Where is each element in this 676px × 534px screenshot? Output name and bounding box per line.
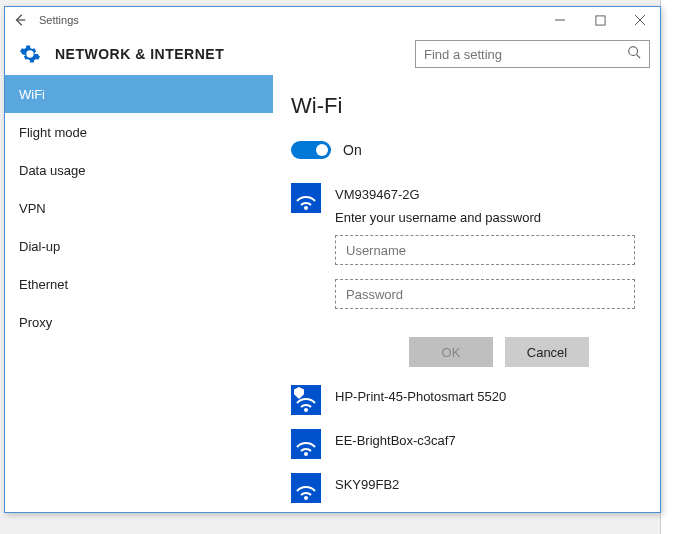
connect-buttons: OK Cancel (409, 337, 646, 367)
svg-point-4 (304, 452, 308, 456)
sidebar-item-dial-up[interactable]: Dial-up (5, 227, 273, 265)
search-input[interactable] (424, 47, 627, 62)
network-item[interactable]: HP-Print-45-Photosmart 5520 (291, 385, 646, 415)
sidebar-item-proxy[interactable]: Proxy (5, 303, 273, 341)
username-field[interactable] (335, 235, 635, 265)
titlebar: Settings (5, 7, 660, 33)
sidebar-item-ethernet[interactable]: Ethernet (5, 265, 273, 303)
credentials-prompt: Enter your username and password (335, 210, 646, 225)
maximize-icon (595, 15, 606, 26)
sidebar-item-label: VPN (19, 201, 46, 216)
wifi-icon (291, 183, 321, 213)
maximize-button[interactable] (580, 7, 620, 33)
wifi-toggle-row: On (291, 141, 646, 159)
wifi-toggle[interactable] (291, 141, 331, 159)
sidebar-item-wifi[interactable]: WiFi (5, 75, 273, 113)
search-icon (627, 45, 641, 63)
page-title: Wi-Fi (291, 93, 646, 119)
back-button[interactable] (5, 7, 35, 33)
arrow-left-icon (13, 13, 27, 27)
svg-rect-0 (595, 15, 604, 24)
network-item[interactable]: EE-BrightBox-c3caf7 (291, 429, 646, 459)
settings-window: Settings NETWORK & INTERNET WiFi (4, 6, 661, 513)
window-title: Settings (35, 14, 540, 26)
sidebar: WiFi Flight mode Data usage VPN Dial-up … (5, 75, 273, 512)
minimize-button[interactable] (540, 7, 580, 33)
network-ssid: VM939467-2G (335, 183, 646, 202)
header: NETWORK & INTERNET (5, 33, 660, 75)
wifi-secured-icon (291, 385, 321, 415)
background-edge (660, 0, 676, 534)
cancel-button[interactable]: Cancel (505, 337, 589, 367)
network-ssid: SKY99FB2 (335, 473, 646, 492)
wifi-icon (291, 429, 321, 459)
wifi-toggle-label: On (343, 142, 362, 158)
wifi-icon (291, 473, 321, 503)
minimize-icon (554, 14, 566, 26)
window-controls (540, 7, 660, 33)
network-connect-body: VM939467-2G Enter your username and pass… (335, 183, 646, 323)
svg-point-3 (304, 408, 308, 412)
search-box[interactable] (415, 40, 650, 68)
svg-point-1 (629, 47, 638, 56)
close-button[interactable] (620, 7, 660, 33)
ok-button[interactable]: OK (409, 337, 493, 367)
network-connect-panel: VM939467-2G Enter your username and pass… (291, 183, 646, 323)
close-icon (634, 14, 646, 26)
sidebar-item-label: Proxy (19, 315, 52, 330)
main-panel: Wi-Fi On VM939467-2G Enter your username… (273, 75, 660, 512)
header-title: NETWORK & INTERNET (55, 46, 415, 62)
svg-point-2 (304, 206, 308, 210)
network-ssid: HP-Print-45-Photosmart 5520 (335, 385, 646, 404)
sidebar-item-label: Dial-up (19, 239, 60, 254)
sidebar-item-vpn[interactable]: VPN (5, 189, 273, 227)
network-ssid: EE-BrightBox-c3caf7 (335, 429, 646, 448)
network-item[interactable]: SKY99FB2 (291, 473, 646, 503)
sidebar-item-flight-mode[interactable]: Flight mode (5, 113, 273, 151)
sidebar-item-label: WiFi (19, 87, 45, 102)
svg-point-5 (304, 496, 308, 500)
body: WiFi Flight mode Data usage VPN Dial-up … (5, 75, 660, 512)
password-field[interactable] (335, 279, 635, 309)
sidebar-item-label: Data usage (19, 163, 86, 178)
sidebar-item-label: Ethernet (19, 277, 68, 292)
sidebar-item-label: Flight mode (19, 125, 87, 140)
gear-icon (19, 43, 41, 65)
sidebar-item-data-usage[interactable]: Data usage (5, 151, 273, 189)
